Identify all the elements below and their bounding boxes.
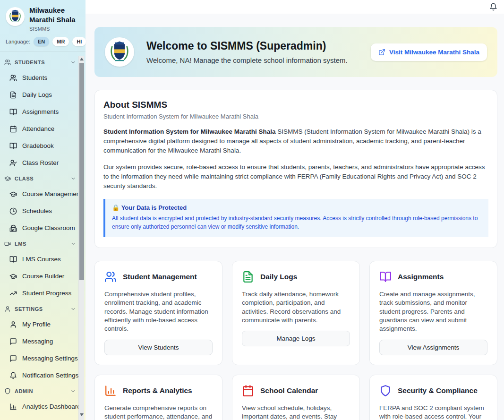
sidebar-item-label: Analytics Dashboard	[22, 403, 81, 410]
sidebar-item-notification-settings[interactable]: Notification Settings	[0, 367, 85, 384]
sidebar-item-schedules[interactable]: Schedules	[0, 203, 85, 220]
graduation-cap-icon	[9, 190, 17, 198]
card-school-calendar: School Calendar View school schedule, ho…	[232, 375, 360, 420]
sidebar-item-label: Course Builder	[22, 273, 64, 280]
users-icon	[9, 74, 17, 82]
bell-icon[interactable]	[489, 3, 497, 11]
sidebar-item-label: LMS Courses	[22, 256, 61, 263]
sidebar-item-label: Course Management	[22, 190, 82, 197]
view-students-button[interactable]: View Students	[104, 340, 213, 355]
section-label: ADMIN	[15, 388, 70, 394]
calendar-icon	[242, 385, 254, 397]
sidebar-item-analytics-dashboard[interactable]: Analytics Dashboard	[0, 398, 85, 415]
sidebar-item-course-management[interactable]: Course Management	[0, 186, 85, 203]
section-label: LMS	[15, 241, 70, 247]
shield-icon	[4, 388, 11, 394]
section-lms[interactable]: LMS	[0, 237, 85, 251]
card-student-management: Student Management Comprehensive student…	[94, 261, 222, 365]
sidebar-item-label: Attendance	[22, 125, 54, 132]
sidebar-item-attendance[interactable]: Attendance	[0, 120, 85, 137]
section-label: STUDENTS	[15, 60, 70, 65]
sidebar-item-student-progress[interactable]: Student Progress	[0, 285, 85, 302]
section-class[interactable]: CLASS	[0, 171, 85, 186]
sidebar-item-label: Gradebook	[22, 142, 54, 149]
sidebar-item-assignments[interactable]: Assignments	[0, 103, 85, 120]
scrollbar-thumb[interactable]	[79, 63, 84, 280]
sidebar-item-label: Messaging Settings	[22, 355, 78, 362]
card-title: Daily Logs	[260, 273, 297, 281]
book-open-icon	[9, 142, 17, 150]
sidebar-item-students[interactable]: Students	[0, 69, 85, 86]
sidebar-item-messaging-settings[interactable]: Messaging Settings	[0, 350, 85, 367]
view-assignments-button[interactable]: View Assignments	[379, 340, 487, 355]
card-reports-analytics: Reports & Analytics Generate comprehensi…	[94, 375, 222, 420]
about-subtitle: Student Information System for Milwaukee…	[103, 113, 488, 120]
section-label: SETTINGS	[15, 306, 70, 312]
feature-cards-row-2: Reports & Analytics Generate comprehensi…	[94, 375, 497, 420]
file-text-icon	[9, 91, 17, 99]
language-label: Language:	[6, 39, 30, 44]
card-description: FERPA and SOC 2 compliant system with ro…	[379, 404, 487, 420]
card-description: Create and manage assignments, track sub…	[379, 290, 487, 334]
user-icon	[4, 306, 11, 312]
sidebar-item-my-profile[interactable]: My Profile	[0, 316, 85, 333]
language-hi-button[interactable]: HI	[72, 37, 86, 46]
scroll-down-arrow[interactable]	[79, 411, 85, 418]
visit-site-button[interactable]: Visit Milwaukee Marathi Shala	[371, 43, 487, 61]
book-open-icon	[379, 271, 392, 283]
sidebar-item-label: Student Progress	[22, 290, 71, 297]
school-logo	[105, 37, 134, 67]
school-logo	[6, 7, 25, 26]
section-students[interactable]: STUDENTS	[0, 55, 85, 69]
graduation-cap-icon	[9, 273, 17, 280]
card-title: School Calendar	[260, 386, 318, 395]
sidebar-item-google-classroom[interactable]: Google Classroom	[0, 220, 85, 237]
external-link-icon	[378, 49, 385, 56]
bell-icon	[9, 372, 17, 379]
section-admin[interactable]: ADMIN	[0, 384, 85, 398]
chevron-down-icon	[70, 60, 76, 65]
sidebar: Milwaukee Marathi Shala SISMMS Language:…	[0, 0, 85, 420]
lock-icon: 🔒	[112, 204, 120, 211]
school-icon	[9, 224, 17, 232]
chevron-down-icon	[70, 388, 76, 394]
shield-icon	[379, 385, 392, 397]
sidebar-item-course-builder[interactable]: Course Builder	[0, 268, 85, 285]
about-paragraph-2: Our system provides secure, role-based a…	[103, 163, 488, 191]
card-description: Generate comprehensive reports on studen…	[104, 404, 213, 420]
user-check-icon	[9, 159, 17, 167]
sidebar-header: Milwaukee Marathi Shala SISMMS Language:…	[0, 0, 85, 51]
scroll-up-arrow[interactable]	[79, 56, 85, 62]
manage-logs-button[interactable]: Manage Logs	[242, 331, 350, 346]
content: Welcome to SISMMS (Superadmin) Welcome, …	[85, 14, 504, 420]
graduation-cap-icon	[4, 175, 11, 182]
card-assignments: Assignments Create and manage assignment…	[369, 261, 497, 365]
sidebar-item-label: Assignments	[22, 108, 59, 115]
welcome-subtitle: Welcome, NA! Manage the complete school …	[146, 56, 348, 64]
language-en-button[interactable]: EN	[34, 37, 49, 46]
sidebar-item-gradebook[interactable]: Gradebook	[0, 137, 85, 154]
sidebar-scrollbar[interactable]	[78, 56, 84, 420]
chevron-down-icon	[70, 306, 76, 312]
school-name: Milwaukee Marathi Shala	[29, 6, 80, 25]
notice-title: 🔒 Your Data is Protected	[112, 204, 481, 211]
card-description: Comprehensive student profiles, enrollme…	[104, 290, 213, 334]
chevron-down-icon	[70, 241, 76, 247]
main-area: Welcome to SISMMS (Superadmin) Welcome, …	[85, 0, 504, 420]
sidebar-item-lms-courses[interactable]: LMS Courses	[0, 251, 85, 268]
sidebar-item-class-roster[interactable]: Class Roster	[0, 154, 85, 171]
sidebar-item-messaging[interactable]: Messaging	[0, 333, 85, 350]
section-label: CLASS	[15, 176, 70, 181]
section-settings[interactable]: SETTINGS	[0, 302, 85, 316]
bar-chart-icon	[9, 403, 17, 411]
users-icon	[104, 271, 117, 283]
about-title: About SISMMS	[103, 100, 488, 110]
calendar-icon	[9, 125, 17, 133]
sidebar-item-label: Students	[22, 74, 47, 81]
message-icon	[9, 338, 17, 345]
about-card: About SISMMS Student Information System …	[94, 90, 497, 248]
sidebar-item-daily-logs[interactable]: Daily Logs	[0, 86, 85, 103]
user-icon	[9, 321, 17, 328]
language-mr-button[interactable]: MR	[52, 37, 69, 46]
clock-icon	[9, 207, 17, 215]
